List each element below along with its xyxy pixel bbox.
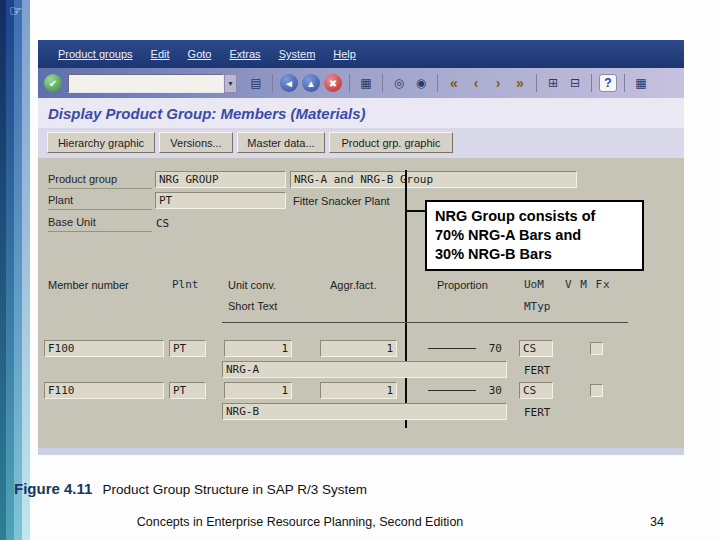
aggr-fact-field[interactable]: 1 <box>320 382 397 399</box>
fix-checkbox[interactable] <box>590 342 603 355</box>
short-text-field[interactable]: NRG-B <box>222 403 507 420</box>
cancel-icon[interactable]: ✖ <box>324 74 342 92</box>
plnt-field[interactable]: PT <box>169 382 206 399</box>
product-grp-graphic-button[interactable]: Product grp. graphic <box>329 132 453 153</box>
unit-conv-field[interactable]: 1 <box>224 340 292 357</box>
toolbar-separator <box>591 74 592 92</box>
plnt-field[interactable]: PT <box>169 340 206 357</box>
footer-text: Concepts in Enterprise Resource Planning… <box>90 515 510 529</box>
slide: ☞ Product groups Edit Goto Extras System… <box>0 0 720 540</box>
uom-header: UoM <box>524 278 544 291</box>
product-group-label: Product group <box>48 173 152 189</box>
member-number-header: Member number <box>48 279 129 291</box>
print-icon[interactable]: ▦ <box>357 74 375 92</box>
menu-help[interactable]: Help <box>333 48 356 60</box>
standard-toolbar: ✔ ▾ ▤◄▲✖▦◎◉«‹›»⊞⊟?▦ <box>38 68 684 98</box>
proportion-value: 70 <box>478 342 502 355</box>
proportion-leader-line <box>428 348 476 349</box>
create-shortcut-icon[interactable]: ⊟ <box>566 74 584 92</box>
toolbar-separator <box>437 74 438 92</box>
screen-title: Display Product Group: Members (Material… <box>48 105 366 122</box>
fix-checkbox[interactable] <box>590 384 603 397</box>
short-text-header: Short Text <box>228 300 277 312</box>
plant-field[interactable]: PT <box>155 192 286 209</box>
find-next-icon[interactable]: ◉ <box>412 74 430 92</box>
base-unit-label: Base Unit <box>48 216 152 232</box>
mtyp-header: MTyp <box>524 300 551 313</box>
header-underline <box>222 322 628 323</box>
save-icon[interactable]: ▤ <box>247 74 265 92</box>
command-field-wrap: ▾ <box>68 74 237 93</box>
product-group-field[interactable]: NRG GROUP <box>155 171 286 188</box>
unit-conv-header: Unit conv. <box>228 279 276 291</box>
proportion-leader-line <box>428 390 476 391</box>
short-text-field[interactable]: NRG-A <box>222 361 507 378</box>
application-toolbar: Hierarchy graphic Versions... Master dat… <box>38 128 684 158</box>
plnt-header: Plnt <box>172 278 199 291</box>
toolbar-separator <box>349 74 350 92</box>
menu-system[interactable]: System <box>279 48 316 60</box>
proportion-value: 30 <box>478 384 502 397</box>
screen-title-bar: Display Product Group: Members (Material… <box>38 98 684 128</box>
toolbar-icon-strip: ▤◄▲✖▦◎◉«‹›»⊞⊟?▦ <box>247 74 650 92</box>
figure-label: Figure 4.11 <box>14 480 92 497</box>
command-field[interactable] <box>68 74 224 93</box>
menu-edit[interactable]: Edit <box>151 48 170 60</box>
proportion-header: Proportion <box>437 279 488 291</box>
unit-conv-field[interactable]: 1 <box>224 382 292 399</box>
callout-vertical-line <box>405 170 407 428</box>
left-gradient-bar <box>0 0 30 540</box>
menu-bar: Product groups Edit Goto Extras System H… <box>38 40 684 68</box>
previous-page-icon[interactable]: ‹ <box>467 74 485 92</box>
page-number: 34 <box>650 515 664 529</box>
plant-label: Plant <box>48 194 152 210</box>
member-number-field[interactable]: F110 <box>44 382 164 399</box>
toolbar-separator <box>272 74 273 92</box>
master-data-button[interactable]: Master data... <box>237 132 325 153</box>
plant-description: Fitter Snacker Plant <box>293 195 390 207</box>
back-icon[interactable]: ◄ <box>280 74 298 92</box>
help-icon[interactable]: ? <box>599 74 617 92</box>
base-unit-value: CS <box>156 217 169 230</box>
callout-connector-line <box>407 210 425 212</box>
uom-field[interactable]: CS <box>519 340 553 357</box>
first-page-icon[interactable]: « <box>445 74 463 92</box>
versions-button[interactable]: Versions... <box>159 132 233 153</box>
last-page-icon[interactable]: » <box>511 74 529 92</box>
member-number-field[interactable]: F100 <box>44 340 164 357</box>
product-group-desc-field[interactable]: NRG-A and NRG-B Group <box>290 171 577 188</box>
mtyp-value: FERT <box>524 406 551 419</box>
vmfx-header: V M Fx <box>565 278 611 291</box>
toolbar-separator <box>536 74 537 92</box>
gradient-stripe <box>6 0 14 540</box>
aggr-fact-header: Aggr.fact. <box>330 279 376 291</box>
uom-field[interactable]: CS <box>519 382 553 399</box>
layout-menu-icon[interactable]: ▦ <box>632 74 650 92</box>
gradient-stripe <box>22 0 30 540</box>
callout-annotation: NRG Group consists of 70% NRG-A Bars and… <box>425 200 644 271</box>
next-page-icon[interactable]: › <box>489 74 507 92</box>
enter-button[interactable]: ✔ <box>44 74 62 92</box>
find-icon[interactable]: ◎ <box>390 74 408 92</box>
gradient-stripe <box>14 0 22 540</box>
status-bar <box>38 448 684 455</box>
menu-goto[interactable]: Goto <box>188 48 212 60</box>
pointer-icon: ☞ <box>9 2 22 20</box>
command-field-history-button[interactable]: ▾ <box>224 74 237 93</box>
hierarchy-graphic-button[interactable]: Hierarchy graphic <box>47 132 155 153</box>
sap-window: Product groups Edit Goto Extras System H… <box>38 40 684 455</box>
menu-extras[interactable]: Extras <box>229 48 260 60</box>
aggr-fact-field[interactable]: 1 <box>320 340 397 357</box>
form-area: Product group NRG GROUP NRG-A and NRG-B … <box>38 158 684 448</box>
figure-title: Product Group Structure in SAP R/3 Syste… <box>102 482 367 497</box>
exit-icon[interactable]: ▲ <box>302 74 320 92</box>
new-session-icon[interactable]: ⊞ <box>544 74 562 92</box>
mtyp-value: FERT <box>524 364 551 377</box>
toolbar-separator <box>382 74 383 92</box>
figure-caption: Figure 4.11 Product Group Structure in S… <box>14 480 367 497</box>
toolbar-separator <box>624 74 625 92</box>
menu-product-groups[interactable]: Product groups <box>58 48 133 60</box>
